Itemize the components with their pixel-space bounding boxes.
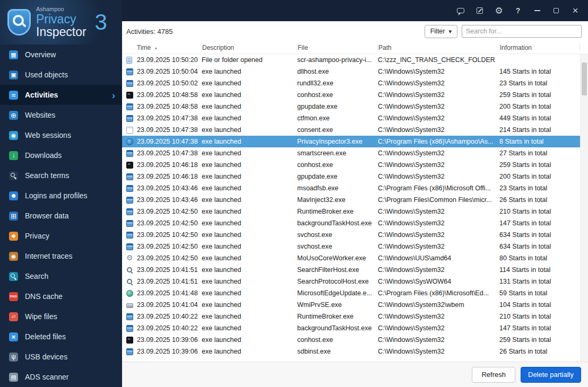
cell-path: C:\Windows\System32	[378, 126, 499, 134]
cell-information: 59 Starts in total	[499, 289, 547, 297]
delete-partially-button[interactable]: Delete partially	[521, 367, 581, 383]
cell-file: conhost.exe	[297, 336, 378, 344]
sidebar-item-label: Browser data	[25, 212, 68, 220]
feedback-bubble-icon[interactable]	[453, 3, 468, 18]
cell-description: exe launched	[202, 348, 297, 355]
app-logo-text: Ashampoo Privacy Inspector	[36, 6, 87, 38]
cell-time: 23.09.2025 10:41:48	[137, 289, 202, 297]
sidebar-item-overview[interactable]: Overview	[0, 45, 122, 65]
column-header-information[interactable]: Information	[499, 43, 580, 51]
table-row[interactable]: 23.09.2025 10:41:51exe launchedSearchPro…	[122, 276, 580, 287]
sidebar-item-used-objects[interactable]: Used objects	[0, 65, 122, 85]
cell-path: C:\Windows\System32	[378, 115, 499, 122]
sidebar-nav: OverviewUsed objectsActivities›WebsitesW…	[0, 45, 122, 387]
table-row[interactable]: 23.09.2025 10:47:38exe launchedconsent.e…	[122, 124, 580, 136]
sidebar-item-wipe-files[interactable]: Wipe files	[0, 306, 122, 327]
table-row[interactable]: 23.09.2025 10:43:46exe launchedMavInject…	[122, 194, 580, 206]
cell-file: SearchProtocolHost.exe	[297, 278, 378, 285]
cell-information: 27 Starts in total	[499, 149, 547, 157]
sidebar-item-web-sessions[interactable]: Web sessions	[0, 125, 122, 145]
column-header-file[interactable]: File	[297, 43, 378, 51]
table-row[interactable]: 23.09.2025 10:42:50exe launchedsvchost.e…	[122, 229, 580, 241]
settings-gear-icon[interactable]	[491, 3, 506, 18]
gear-icon	[126, 255, 133, 262]
table-row[interactable]: 23.09.2025 10:47:38exe launchedsmartscre…	[122, 147, 580, 159]
cell-file: smartscreen.exe	[297, 149, 378, 157]
table-row[interactable]: 23.09.2025 10:50:04exe launcheddllhost.e…	[122, 66, 580, 77]
cell-information: 634 Starts in total	[499, 243, 551, 250]
table-row[interactable]: 23.09.2025 10:50:02exe launchedrundll32.…	[122, 77, 580, 89]
sidebar-item-activities[interactable]: Activities›	[0, 85, 122, 105]
table-row[interactable]: 23.09.2025 10:48:58exe launchedgpupdate.…	[122, 101, 580, 112]
sidebar-item-deleted-files[interactable]: Deleted files	[0, 327, 122, 347]
table-row[interactable]: 23.09.2025 10:50:20File or folder opened…	[122, 54, 580, 66]
sidebar-item-browser-data[interactable]: Browser data	[0, 206, 122, 226]
file-type-icon-cell	[126, 103, 137, 110]
window-blue-icon	[126, 197, 133, 204]
cell-description: exe launched	[202, 103, 297, 110]
cell-information: 210 Starts in total	[499, 208, 551, 215]
table-row[interactable]: 23.09.2025 10:43:46exe launchedmsoadfsb.…	[122, 182, 580, 194]
column-header-description[interactable]: Description	[202, 43, 297, 51]
help-icon[interactable]	[511, 3, 525, 18]
sidebar-item-label: Search	[25, 272, 48, 280]
table-row[interactable]: 23.09.2025 10:46:18exe launchedconhost.e…	[122, 159, 580, 171]
sidebar-item-logins-profiles[interactable]: Logins and profiles	[0, 186, 122, 206]
minimize-icon[interactable]	[530, 3, 544, 18]
table-row[interactable]: 23.09.2025 10:39:06exe launchedconhost.e…	[122, 334, 580, 346]
cell-information: 147 Starts in total	[499, 324, 551, 332]
table-row[interactable]: 23.09.2025 10:39:06exe launchedsdbinst.e…	[122, 346, 580, 357]
disk-icon	[126, 303, 133, 308]
sidebar-item-downloads[interactable]: Downloads	[0, 145, 122, 165]
close-icon[interactable]	[568, 3, 583, 18]
table-row[interactable]: 23.09.2025 10:41:04exe launchedWmiPrvSE.…	[122, 299, 580, 311]
app-logo: Ashampoo Privacy Inspector 3	[0, 0, 122, 45]
sidebar-item-dns-cache[interactable]: DNS cache	[0, 286, 122, 306]
cell-path: C:\Windows\System32\wbem	[378, 301, 499, 309]
window-blue-icon	[126, 185, 133, 192]
file-type-icon-cell	[126, 208, 137, 215]
notes-icon[interactable]	[472, 3, 487, 18]
window-blue-icon	[126, 325, 133, 332]
table-row[interactable]: 23.09.2025 10:47:38exe launchedctfmon.ex…	[122, 112, 580, 124]
table-row[interactable]: 23.09.2025 10:46:18exe launchedgpupdate.…	[122, 171, 580, 182]
cell-information: 23 Starts in total	[499, 80, 547, 87]
table-row[interactable]: 23.09.2025 10:48:58exe launchedconhost.e…	[122, 89, 580, 101]
sidebar-item-usb-devices[interactable]: USB devices	[0, 347, 122, 367]
sidebar-item-label: Logins and profiles	[25, 191, 88, 200]
vertical-scrollbar[interactable]	[580, 54, 588, 362]
cell-description: exe launched	[202, 301, 297, 309]
maximize-icon[interactable]	[549, 3, 564, 18]
sidebar-item-internet-traces[interactable]: Internet traces	[0, 246, 122, 266]
cell-time: 23.09.2025 10:47:38	[137, 115, 202, 122]
cell-description: exe launched	[202, 313, 297, 320]
column-header-time[interactable]: Time	[126, 43, 202, 51]
table-row[interactable]: 23.09.2025 10:40:22exe launchedbackgroun…	[122, 322, 580, 334]
cell-description: File or folder opened	[202, 56, 297, 64]
sidebar-item-ads-scanner[interactable]: ADS scanner	[0, 367, 122, 387]
trash-icon	[9, 332, 18, 341]
table-row[interactable]: 23.09.2025 10:40:22exe launchedRuntimeBr…	[122, 311, 580, 322]
cell-description: exe launched	[202, 266, 297, 274]
table-row[interactable]: 23.09.2025 10:42:50exe launchedRuntimeBr…	[122, 206, 580, 217]
sidebar-item-search[interactable]: Search	[0, 266, 122, 286]
refresh-button[interactable]: Refresh	[472, 367, 515, 383]
sidebar-item-privacy[interactable]: Privacy	[0, 226, 122, 246]
scrollbar-thumb[interactable]	[582, 63, 587, 95]
table-row[interactable]: 23.09.2025 10:41:48exe launchedMicrosoft…	[122, 287, 580, 299]
sidebar-item-search-terms[interactable]: Search terms	[0, 165, 122, 186]
table-row[interactable]: 23.09.2025 10:42:50exe launchedMoUsoCore…	[122, 252, 580, 264]
table-row[interactable]: 23.09.2025 10:42:50exe launchedsvchost.e…	[122, 241, 580, 252]
table-row[interactable]: 23.09.2025 10:42:50exe launchedbackgroun…	[122, 217, 580, 229]
cell-information: 8 Starts in total	[499, 138, 543, 145]
file-type-icon-cell	[126, 57, 137, 64]
column-header-path[interactable]: Path	[378, 43, 499, 51]
table-row[interactable]: 23.09.2025 10:41:51exe launchedSearchFil…	[122, 264, 580, 276]
sidebar-item-websites[interactable]: Websites	[0, 105, 122, 125]
cell-description: exe launched	[202, 254, 297, 262]
filter-button[interactable]: Filter	[425, 25, 457, 38]
search-input[interactable]	[462, 25, 582, 38]
cell-description: exe launched	[202, 231, 297, 239]
cell-file: dllhost.exe	[297, 68, 378, 75]
table-row[interactable]: 23.09.2025 10:47:38exe launchedPrivacyIn…	[122, 136, 580, 147]
